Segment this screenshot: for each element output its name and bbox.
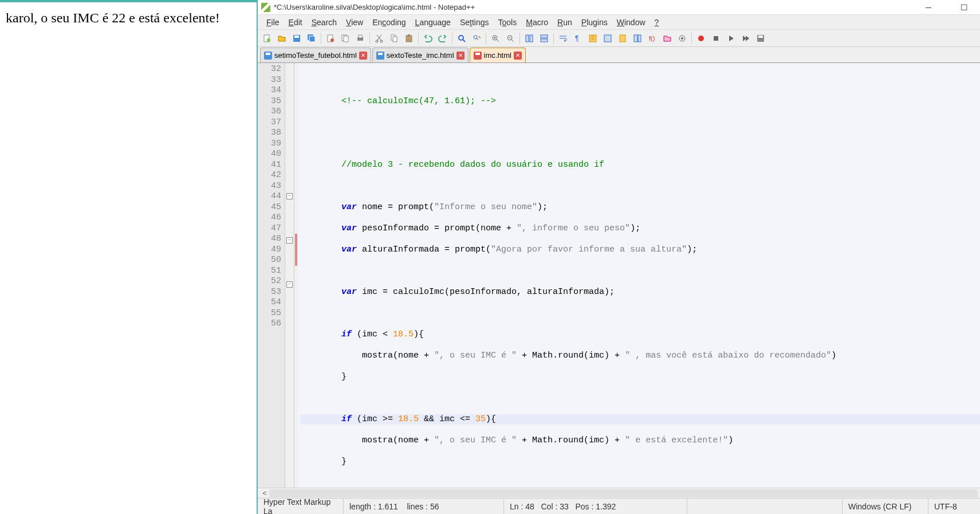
svg-text:¶: ¶	[575, 34, 578, 42]
svg-rect-23	[530, 35, 533, 42]
svg-point-1	[267, 38, 270, 42]
svg-rect-28	[604, 35, 611, 42]
fold-column: ---	[285, 63, 294, 488]
zoom-out-icon[interactable]	[503, 32, 517, 45]
svg-point-18	[459, 36, 463, 40]
tab-imc[interactable]: imc.html ✕	[470, 48, 526, 62]
close-all-icon[interactable]	[339, 32, 352, 45]
undo-icon[interactable]	[421, 32, 435, 45]
status-spacer	[687, 499, 843, 514]
stop-macro-icon[interactable]	[709, 32, 723, 45]
svg-rect-29	[620, 35, 625, 42]
save-icon	[376, 52, 384, 60]
menu-encoding[interactable]: Encoding	[368, 17, 410, 28]
replace-icon[interactable]	[470, 32, 483, 45]
save-icon	[474, 52, 482, 60]
open-file-icon[interactable]	[275, 32, 289, 45]
svg-point-35	[698, 36, 704, 41]
wordwrap-icon[interactable]	[556, 32, 570, 45]
status-language: Hyper Text Markup La	[258, 499, 344, 514]
svg-rect-24	[541, 35, 548, 38]
show-all-chars-icon[interactable]: ¶	[571, 32, 585, 45]
folder-icon[interactable]	[660, 32, 674, 45]
svg-rect-17	[408, 34, 410, 36]
menu-macro[interactable]: Macro	[522, 17, 552, 28]
line-gutter: 3233343536373839404142434445464748495051…	[258, 63, 285, 488]
menu-language[interactable]: Language	[411, 17, 455, 28]
svg-rect-15	[393, 37, 397, 42]
find-icon[interactable]	[455, 32, 469, 45]
tab-bar: setimoTeste_futebol.html ✕ sextoTeste_im…	[258, 47, 980, 63]
func-list-icon[interactable]: f()	[646, 32, 659, 45]
new-file-icon[interactable]	[260, 32, 274, 45]
svg-rect-30	[634, 35, 637, 42]
sync-h-icon[interactable]	[537, 32, 551, 45]
copy-icon[interactable]	[387, 32, 401, 45]
close-tab-icon[interactable]: ✕	[359, 52, 367, 60]
svg-rect-9	[344, 36, 348, 42]
code-editor[interactable]: 3233343536373839404142434445464748495051…	[258, 63, 980, 488]
svg-point-34	[681, 37, 683, 40]
close-tab-icon[interactable]: ✕	[514, 52, 522, 60]
save-icon	[264, 52, 272, 60]
close-file-icon[interactable]	[324, 32, 337, 45]
record-macro-icon[interactable]	[694, 32, 708, 45]
menu-search[interactable]: Search	[308, 17, 341, 28]
menu-run[interactable]: Run	[553, 17, 576, 28]
close-tab-icon[interactable]: ✕	[456, 52, 465, 60]
status-position: Ln : 48 Col : 33 Pos : 1.392	[504, 499, 687, 514]
print-icon[interactable]	[353, 32, 367, 45]
sync-v-icon[interactable]	[522, 32, 536, 45]
paste-icon[interactable]	[402, 32, 416, 45]
svg-rect-22	[526, 35, 529, 42]
save-macro-icon[interactable]	[754, 32, 768, 45]
doc-map-icon[interactable]	[616, 32, 629, 45]
svg-rect-5	[309, 36, 315, 42]
cut-icon[interactable]	[372, 32, 386, 45]
svg-rect-36	[714, 36, 718, 41]
minimize-button[interactable]: ─	[916, 1, 941, 14]
svg-rect-38	[758, 36, 763, 38]
svg-rect-25	[541, 39, 548, 42]
svg-rect-16	[406, 36, 412, 42]
indent-guide-icon[interactable]	[586, 32, 600, 45]
menu-help[interactable]: ?	[651, 17, 663, 28]
save-icon[interactable]	[290, 32, 304, 45]
status-length: length : 1.611 lines : 56	[344, 499, 504, 514]
statusbar: Hyper Text Markup La length : 1.611 line…	[258, 498, 980, 514]
menu-view[interactable]: View	[342, 17, 367, 28]
browser-output-pane: karol, o seu IMC é 22 e está excelente!	[0, 0, 258, 514]
tab-label: sextoTeste_imc.html	[387, 51, 454, 60]
menu-tools[interactable]: Tools	[494, 17, 521, 28]
browser-output-text: karol, o seu IMC é 22 e está excelente!	[0, 2, 257, 34]
svg-rect-3	[294, 36, 299, 38]
monitor-icon[interactable]	[675, 32, 689, 45]
tab-setimo[interactable]: setimoTeste_futebol.html ✕	[260, 48, 371, 62]
menu-file[interactable]: File	[262, 17, 284, 28]
menu-plugins[interactable]: Plugins	[577, 17, 612, 28]
tab-sexto[interactable]: sextoTeste_imc.html ✕	[372, 48, 469, 62]
svg-point-7	[330, 38, 334, 42]
toolbar: ¶ f()	[258, 30, 980, 47]
status-encoding: UTF-8	[928, 499, 980, 514]
tab-label: setimoTeste_futebol.html	[274, 51, 357, 60]
horizontal-scrollbar[interactable]: <	[258, 488, 980, 498]
scroll-track[interactable]	[269, 489, 978, 497]
menu-settings[interactable]: Settings	[456, 17, 493, 28]
menu-edit[interactable]: Edit	[285, 17, 306, 28]
code-content[interactable]: <!-- calculoImc(47, 1.61); --> //modelo …	[298, 63, 980, 488]
save-all-icon[interactable]	[305, 32, 318, 45]
play-multi-icon[interactable]	[739, 32, 753, 45]
doc-list-icon[interactable]	[631, 32, 644, 45]
zoom-in-icon[interactable]	[489, 32, 502, 45]
window-title: *C:\Users\karoline.silva\Desktop\logica\…	[274, 3, 916, 11]
udl-icon[interactable]	[601, 32, 615, 45]
scroll-left-icon[interactable]: <	[260, 489, 269, 497]
svg-text:f(): f()	[649, 35, 655, 42]
status-eol: Windows (CR LF)	[843, 499, 928, 514]
maximize-button[interactable]: ☐	[951, 1, 977, 14]
menu-window[interactable]: Window	[613, 17, 650, 28]
play-macro-icon[interactable]	[724, 32, 738, 45]
titlebar: *C:\Users\karoline.silva\Desktop\logica\…	[258, 0, 980, 15]
redo-icon[interactable]	[436, 32, 450, 45]
